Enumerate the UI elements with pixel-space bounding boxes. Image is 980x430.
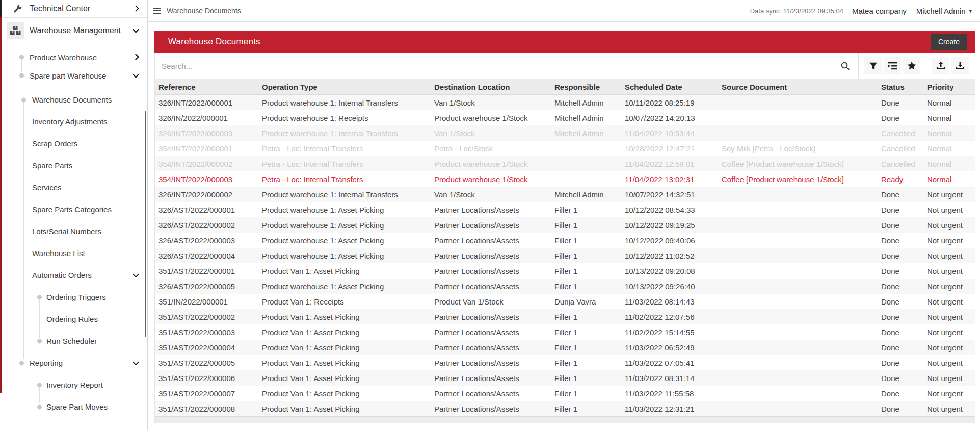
sidebar-tree-item[interactable]: Services (0, 176, 147, 198)
search-icon[interactable] (836, 57, 854, 74)
sidebar-tree-item[interactable]: Automatic Orders (0, 264, 147, 286)
table-row[interactable]: 354/INT/2022/000002 Petra - Loc: Interna… (155, 156, 975, 171)
favorites-star-icon[interactable] (903, 57, 920, 74)
cell-operation-type: Product warehouse 1: Asset Picking (258, 217, 431, 233)
sidebar-tree-item[interactable]: Spare Parts (0, 155, 147, 176)
cell-status: Done (878, 187, 923, 202)
sidebar-item-label: Warehouse Documents (32, 95, 112, 104)
table-row[interactable]: 326/AST/2022/000004 Product warehouse 1:… (155, 248, 975, 263)
bullet-icon (19, 361, 24, 365)
cell-operation-type: Petra - Loc: Internal Transfers (258, 171, 431, 187)
sidebar-scrollbar[interactable] (145, 111, 146, 337)
sidebar-item-label: Spare Part Moves (46, 402, 108, 411)
cell-reference: 354/INT/2022/000002 (155, 156, 258, 171)
cell-priority: Not urgent (923, 340, 975, 355)
column-header-responsible[interactable]: Responsible (551, 79, 621, 95)
table-row[interactable]: 326/INT/2022/000002 Product warehouse 1:… (155, 187, 975, 202)
sidebar-tree-item[interactable]: Inventory Report (0, 374, 147, 396)
cell-operation-type: Product Van 1: Asset Picking (258, 340, 431, 355)
cell-priority: Not urgent (923, 401, 975, 416)
table-row[interactable]: 351/IN/2022/000001 Product Van 1: Receip… (155, 294, 975, 309)
cell-reference: 326/INT/2022/000003 (155, 125, 258, 141)
cell-priority: Normal (923, 156, 975, 171)
cell-destination-location: Partner Locations/Assets (431, 340, 551, 355)
cell-operation-type: Product Van 1: Asset Picking (258, 355, 431, 370)
cell-operation-type: Product warehouse 1: Receipts (258, 110, 431, 125)
create-button[interactable]: Create (931, 34, 967, 50)
cell-status: Done (878, 370, 923, 386)
sidebar-tree-item[interactable]: Spare Part Moves (0, 396, 147, 418)
column-header-scheduled-date[interactable]: Scheduled Date (621, 79, 718, 95)
cell-responsible: Filler 1 (551, 263, 621, 279)
sidebar-tree-item[interactable]: Warehouse List (0, 242, 147, 264)
cell-destination-location: Product warehouse 1/Stock (431, 156, 551, 171)
group-by-icon[interactable] (884, 57, 901, 74)
table-row[interactable]: 326/IN/2022/000001 Product warehouse 1: … (155, 110, 975, 125)
sidebar-tree-item[interactable]: Ordering Triggers (0, 286, 147, 308)
table-row[interactable]: 351/AST/2022/000004 Product Van 1: Asset… (155, 340, 975, 355)
table-row[interactable]: 354/INT/2022/000003 Petra - Loc: Interna… (155, 171, 975, 187)
table-row[interactable]: 351/AST/2022/000003 Product Van 1: Asset… (155, 324, 975, 340)
sidebar-tree-item[interactable]: Warehouse Documents (0, 89, 147, 111)
cell-source-document: Soy Milk [Petra - Loc/Stock] (718, 141, 878, 156)
sidebar-tree-item[interactable]: Ordering Rules (0, 308, 147, 330)
cell-destination-location: Partner Locations/Assets (431, 309, 551, 324)
sidebar-tree-item[interactable]: Spare part Warehouse (0, 66, 147, 85)
cell-scheduled-date: 10/07/2022 14:20:13 (621, 110, 718, 125)
sidebar-item-label: Spare Parts (32, 161, 72, 170)
warehouse-boxes-icon (7, 22, 24, 39)
column-header-destination-location[interactable]: Destination Location (431, 79, 551, 95)
cell-status: Done (878, 110, 923, 125)
sidebar: Technical Center Warehouse Management (0, 0, 148, 430)
cell-status: Done (878, 263, 923, 279)
company-name[interactable]: Matea company (852, 7, 907, 15)
sidebar-tree-item[interactable]: Scrap Orders (0, 133, 147, 155)
column-header-status[interactable]: Status (878, 79, 923, 95)
sidebar-tree-item[interactable]: Inventory Adjustments (0, 111, 147, 133)
table-row[interactable]: 354/INT/2022/000001 Petra - Loc: Interna… (155, 141, 975, 156)
table-horizontal-scrollbar[interactable] (155, 416, 975, 423)
column-header-operation-type[interactable]: Operation Type (258, 79, 431, 95)
column-header-priority[interactable]: Priority (923, 79, 975, 95)
cell-operation-type: Product Van 1: Asset Picking (258, 401, 431, 416)
cell-responsible (551, 141, 621, 156)
table-row[interactable]: 351/AST/2022/000005 Product Van 1: Asset… (155, 355, 975, 370)
column-header-reference[interactable]: Reference (155, 79, 258, 95)
cell-operation-type: Petra - Loc: Internal Transfers (258, 156, 431, 171)
cell-priority: Not urgent (923, 187, 975, 202)
table-row[interactable]: 351/AST/2022/000002 Product Van 1: Asset… (155, 309, 975, 324)
cell-operation-type: Petra - Loc: Internal Transfers (258, 141, 431, 156)
table-row[interactable]: 326/INT/2022/000003 Product warehouse 1:… (155, 125, 975, 141)
table-row[interactable]: 326/AST/2022/000005 Product warehouse 1:… (155, 279, 975, 294)
sidebar-tree-item[interactable]: Lots/Serial Numbers (0, 220, 147, 242)
search-input[interactable] (155, 62, 836, 70)
sidebar-tree-item[interactable]: Product Warehouse (0, 48, 147, 66)
cell-status: Done (878, 202, 923, 217)
column-header-source-document[interactable]: Source Document (718, 79, 878, 95)
table-row[interactable]: 326/INT/2022/000001 Product warehouse 1:… (155, 95, 975, 111)
user-menu[interactable]: Mitchell Admin ▾ (916, 7, 972, 15)
cell-status: Done (878, 217, 923, 233)
table-row[interactable]: 326/AST/2022/000001 Product warehouse 1:… (155, 202, 975, 217)
sidebar-item-technical-center[interactable]: Technical Center (0, 0, 147, 17)
sidebar-tree-item[interactable]: Reporting (0, 352, 147, 374)
sidebar-tree-item[interactable]: Run Scheduler (0, 330, 147, 352)
table-row[interactable]: 351/AST/2022/000008 Product Van 1: Asset… (155, 401, 975, 416)
sidebar-tree-item[interactable]: Spare Parts Categories (0, 198, 147, 220)
cell-scheduled-date: 11/03/2022 07:05:41 (621, 355, 718, 370)
menu-toggle-icon[interactable] (153, 8, 161, 14)
table-row[interactable]: 351/AST/2022/000001 Product Van 1: Asset… (155, 263, 975, 279)
breadcrumb[interactable]: Warehouse Documents (167, 7, 241, 15)
cell-priority: Not urgent (923, 309, 975, 324)
cell-destination-location: Van 1/Stock (431, 125, 551, 141)
table-row[interactable]: 326/AST/2022/000003 Product warehouse 1:… (155, 233, 975, 248)
table-row[interactable]: 351/AST/2022/000006 Product Van 1: Asset… (155, 370, 975, 386)
cell-source-document (718, 187, 878, 202)
sidebar-item-warehouse-management[interactable]: Warehouse Management (0, 18, 147, 43)
download-icon[interactable] (951, 57, 969, 74)
upload-icon[interactable] (932, 57, 949, 74)
table-row[interactable]: 326/AST/2022/000002 Product warehouse 1:… (155, 217, 975, 233)
cell-priority: Not urgent (923, 370, 975, 386)
filter-icon[interactable] (864, 57, 882, 74)
table-row[interactable]: 351/AST/2022/000007 Product Van 1: Asset… (155, 386, 975, 401)
